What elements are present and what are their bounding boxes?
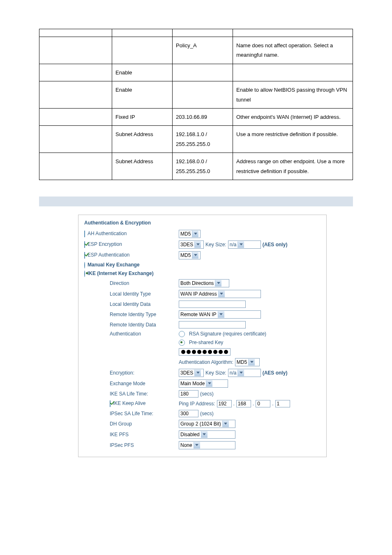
ike-radio[interactable] [84,271,85,277]
ping-ip-label: Ping IP Address: [179,401,215,407]
chevron-down-icon [192,231,198,237]
cell: 192.168.0.0 / 255.255.255.0 [173,153,233,180]
chevron-down-icon [218,311,224,318]
encryption-select[interactable]: 3DES [179,369,204,377]
psk-radio[interactable] [179,340,185,346]
table-row: Enable Enable to allow NetBIOS passing t… [39,81,353,109]
table-row: Subnet Address 192.168.1.0 / 255.255.255… [39,126,353,153]
chevron-down-icon [248,359,255,365]
ah-auth-checkbox[interactable] [84,231,85,237]
esp-enc-label: ESP Encryption [88,241,122,247]
ah-auth-select[interactable]: MD5 [179,230,201,238]
ping-ip-3[interactable] [256,400,270,407]
rsa-label: RSA Signature (requires certificate) [189,331,266,337]
ike-sa-life-label: IKE SA Life Time: [84,391,179,397]
chevron-down-icon [218,291,225,297]
key-size-select2[interactable]: n/a [228,369,261,377]
local-id-data-input[interactable] [179,301,246,308]
cell [112,29,173,37]
exchange-mode-label: Exchange Mode [84,381,179,386]
cell: Fixed IP [112,108,173,125]
ipsec-sa-life-label: IPSec SA Life Time: [84,411,179,416]
local-id-type-select[interactable]: WAN IP Address [179,290,261,298]
dh-group-select[interactable]: Group 2 (1024 Bit) [179,420,235,428]
direction-label: Direction [84,280,179,286]
ipsec-pfs-select[interactable]: None [179,441,235,449]
ipsec-sa-life-input[interactable] [179,410,198,417]
chevron-down-icon [222,421,229,427]
ike-pfs-select[interactable]: Disabled [179,430,235,439]
auth-algo-select[interactable]: MD5 [235,358,260,366]
cell: Enable to allow NetBIOS passing through … [233,81,353,109]
remote-id-type-select[interactable]: Remote WAN IP [179,310,261,319]
ipsec-pfs-label: IPSec PFS [84,442,179,448]
cell [39,81,112,109]
secs-label: (secs) [200,391,214,397]
cell: Name does not affect operation. Select a… [233,37,353,64]
cell [39,29,112,37]
chevron-down-icon [206,380,212,387]
table-row: Policy_A Name does not affect operation.… [39,37,353,64]
local-id-data-label: Local Identity Data [84,301,179,307]
cell: Subnet Address [112,153,173,180]
psk-label: Pre-shared Key [189,340,223,345]
ah-auth-label: AH Authentication [88,231,127,236]
key-size-label2: Key Size: [205,370,226,376]
chevron-down-icon [194,370,201,376]
cell [39,153,112,180]
remote-id-data-input[interactable] [179,321,246,328]
psk-input[interactable] [179,348,231,356]
cell: Policy_A [173,37,233,64]
key-size-select[interactable]: n/a [228,240,261,249]
cell [233,29,353,37]
cell: Enable [112,81,173,109]
ike-keepalive-checkbox[interactable] [110,400,111,407]
remote-id-data-label: Remote Identity Data [84,322,179,328]
manual-key-radio[interactable] [84,262,85,268]
key-size-label: Key Size: [205,242,226,247]
table-row: Enable [39,64,353,81]
cell: Address range on other endpoint. Use a m… [233,153,353,180]
cell [39,37,112,64]
table-row [39,29,353,37]
table-row: Fixed IP 203.10.66.89 Other endpoint's W… [39,108,353,125]
chevron-down-icon [192,252,198,259]
cell: Subnet Address [112,126,173,153]
ping-ip-1[interactable] [217,400,232,407]
ping-ip-4[interactable] [275,400,290,407]
chevron-down-icon [238,370,244,376]
cell: 203.10.66.89 [173,108,233,125]
section-bar [39,197,353,206]
table-row: Subnet Address 192.168.0.0 / 255.255.255… [39,153,353,180]
aes-only-label: (AES only) [263,242,288,247]
chevron-down-icon [194,241,201,248]
ike-label: IKE (Internet Key Exchange) [88,271,154,276]
cell [173,81,233,109]
direction-select[interactable]: Both Directions [179,279,229,287]
cell [39,108,112,125]
cell: 192.168.1.0 / 255.255.255.0 [173,126,233,153]
chevron-down-icon [194,442,200,449]
auth-label: Authentication [84,331,179,337]
auth-encryption-panel: Authentication & Encryption AH Authentic… [78,215,327,457]
cell: Enable [112,64,173,81]
ike-sa-life-input[interactable] [179,390,198,398]
esp-auth-checkbox[interactable] [84,252,85,259]
encryption-label: Encryption: [84,370,179,376]
cell [173,29,233,37]
chevron-down-icon [201,431,208,438]
esp-auth-select[interactable]: MD5 [179,251,201,259]
exchange-mode-select[interactable]: Main Mode [179,379,228,388]
cell [173,64,233,81]
esp-enc-checkbox[interactable] [84,241,85,248]
ping-ip-2[interactable] [236,400,251,407]
ike-pfs-label: IKE PFS [84,432,179,437]
esp-enc-select[interactable]: 3DES [179,240,204,249]
settings-table: Policy_A Name does not affect operation.… [39,29,353,180]
cell [233,64,353,81]
chevron-down-icon [215,280,221,287]
rsa-radio[interactable] [179,331,185,337]
cell [39,126,112,153]
panel-title: Authentication & Encryption [84,220,321,226]
cell: Other endpoint's WAN (Internet) IP addre… [233,108,353,125]
